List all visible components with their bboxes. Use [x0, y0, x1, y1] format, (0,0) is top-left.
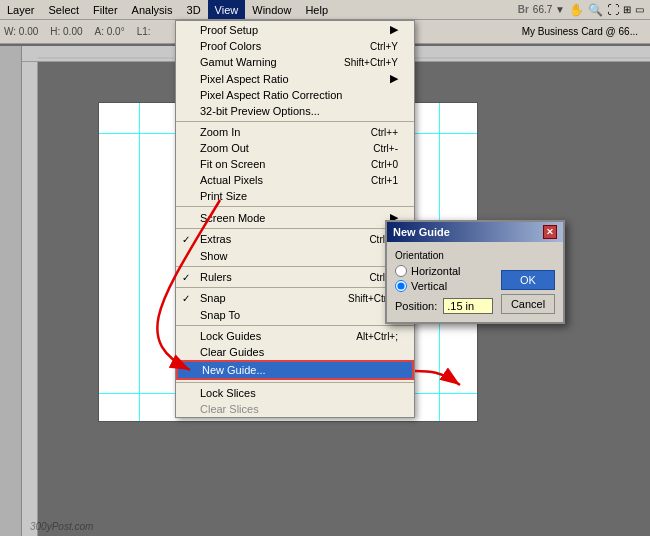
l-label: L1:	[137, 26, 151, 37]
menu-print-size[interactable]: Print Size	[176, 188, 414, 204]
clear-guides-label: Clear Guides	[200, 346, 264, 358]
orientation-radio-group: Horizontal Vertical	[395, 265, 493, 292]
menubar: Layer Select Filter Analysis 3D View Win…	[0, 0, 650, 20]
lock-guides-label: Lock Guides	[200, 330, 261, 342]
dialog-titlebar: New Guide ✕	[387, 222, 563, 242]
menu-pixel-aspect-correction[interactable]: Pixel Aspect Ratio Correction	[176, 87, 414, 103]
menu-window[interactable]: Window	[245, 0, 298, 19]
position-input[interactable]	[443, 298, 493, 314]
new-guide-dialog: New Guide ✕ Orientation Horizontal Verti…	[385, 220, 565, 324]
proof-colors-label: Proof Colors	[200, 40, 261, 52]
horizontal-label: Horizontal	[411, 265, 461, 277]
menu-3d[interactable]: 3D	[180, 0, 208, 19]
menu-clear-guides[interactable]: Clear Guides	[176, 344, 414, 360]
actual-pixels-label: Actual Pixels	[200, 174, 263, 186]
rulers-check: ✓	[182, 272, 190, 283]
rulers-label: Rulers	[200, 271, 232, 283]
separator-6	[176, 325, 414, 326]
grid-icon[interactable]: ⊞	[623, 4, 631, 15]
print-size-label: Print Size	[200, 190, 247, 202]
vertical-radio-item[interactable]: Vertical	[395, 280, 493, 292]
menu-proof-setup[interactable]: Proof Setup ▶	[176, 21, 414, 38]
toolbar	[0, 46, 22, 536]
zoom-out-shortcut: Ctrl+-	[373, 143, 398, 154]
h-label: H: 0.00	[50, 26, 82, 37]
extras-label: Extras	[200, 233, 231, 245]
full-icon[interactable]: ▭	[635, 4, 644, 15]
position-label: Position:	[395, 300, 437, 312]
menu-lock-guides[interactable]: Lock Guides Alt+Ctrl+;	[176, 328, 414, 344]
pixel-aspect-ratio-arrow: ▶	[390, 72, 398, 85]
separator-7	[176, 382, 414, 383]
zoom-in-label: Zoom In	[200, 126, 240, 138]
separator-2	[176, 206, 414, 207]
zoom-out-label: Zoom Out	[200, 142, 249, 154]
a-label: A: 0.0°	[95, 26, 125, 37]
zoom-icon[interactable]: 🔍	[588, 3, 603, 17]
menu-filter[interactable]: Filter	[86, 0, 124, 19]
ruler-left	[22, 62, 38, 536]
menu-32bit-preview[interactable]: 32-bit Preview Options...	[176, 103, 414, 119]
menu-help[interactable]: Help	[298, 0, 335, 19]
view-menu: Proof Setup ▶ Proof Colors Ctrl+Y Gamut …	[175, 20, 415, 418]
doc-title: My Business Card @ 66...	[522, 26, 646, 37]
separator-4	[176, 266, 414, 267]
w-label: W: 0.00	[4, 26, 38, 37]
menu-clear-slices: Clear Slices	[176, 401, 414, 417]
menu-lock-slices[interactable]: Lock Slices	[176, 385, 414, 401]
screen-mode-label: Screen Mode	[200, 212, 265, 224]
menu-show[interactable]: Show ▶	[176, 247, 414, 264]
menu-proof-colors[interactable]: Proof Colors Ctrl+Y	[176, 38, 414, 54]
menu-analysis[interactable]: Analysis	[125, 0, 180, 19]
hand-icon[interactable]: ✋	[569, 3, 584, 17]
zoom-in-shortcut: Ctrl++	[371, 127, 398, 138]
extra-icon[interactable]: ⛶	[607, 3, 619, 17]
show-label: Show	[200, 250, 228, 262]
32bit-preview-label: 32-bit Preview Options...	[200, 105, 320, 117]
pixel-aspect-ratio-label: Pixel Aspect Ratio	[200, 73, 289, 85]
menu-view[interactable]: View	[208, 0, 246, 19]
br-icon: Br	[518, 4, 529, 15]
menu-rulers[interactable]: ✓ Rulers Ctrl+R	[176, 269, 414, 285]
separator-1	[176, 121, 414, 122]
extras-check: ✓	[182, 234, 190, 245]
menu-screen-mode[interactable]: Screen Mode ▶	[176, 209, 414, 226]
lock-guides-shortcut: Alt+Ctrl+;	[356, 331, 398, 342]
menu-snap[interactable]: ✓ Snap Shift+Ctrl+;	[176, 290, 414, 306]
menu-actual-pixels[interactable]: Actual Pixels Ctrl+1	[176, 172, 414, 188]
menu-layer[interactable]: Layer	[0, 0, 42, 19]
snap-check: ✓	[182, 293, 190, 304]
fit-screen-label: Fit on Screen	[200, 158, 265, 170]
new-guide-label: New Guide...	[202, 364, 266, 376]
horizontal-radio[interactable]	[395, 265, 407, 277]
orientation-label: Orientation	[395, 250, 493, 261]
cancel-button[interactable]: Cancel	[501, 294, 555, 314]
dialog-title: New Guide	[393, 226, 450, 238]
dialog-body: Orientation Horizontal Vertical Position…	[387, 242, 563, 322]
horizontal-radio-item[interactable]: Horizontal	[395, 265, 493, 277]
guide-vertical	[139, 103, 140, 421]
menu-pixel-aspect-ratio[interactable]: Pixel Aspect Ratio ▶	[176, 70, 414, 87]
position-row: Position:	[395, 298, 493, 314]
separator-3	[176, 228, 414, 229]
proof-setup-label: Proof Setup	[200, 24, 258, 36]
zoom-indicator: 66.7 ▼	[533, 4, 565, 15]
gamut-warning-shortcut: Shift+Ctrl+Y	[344, 57, 398, 68]
vertical-radio[interactable]	[395, 280, 407, 292]
snap-label: Snap	[200, 292, 226, 304]
menu-zoom-in[interactable]: Zoom In Ctrl++	[176, 124, 414, 140]
menu-fit-screen[interactable]: Fit on Screen Ctrl+0	[176, 156, 414, 172]
menu-snap-to[interactable]: Snap To ▶	[176, 306, 414, 323]
menu-zoom-out[interactable]: Zoom Out Ctrl+-	[176, 140, 414, 156]
vertical-label: Vertical	[411, 280, 447, 292]
actual-pixels-shortcut: Ctrl+1	[371, 175, 398, 186]
pixel-aspect-correction-label: Pixel Aspect Ratio Correction	[200, 89, 342, 101]
menu-gamut-warning[interactable]: Gamut Warning Shift+Ctrl+Y	[176, 54, 414, 70]
menu-select[interactable]: Select	[42, 0, 87, 19]
dialog-close-button[interactable]: ✕	[543, 225, 557, 239]
menu-new-guide[interactable]: New Guide...	[176, 360, 414, 380]
clear-slices-label: Clear Slices	[200, 403, 259, 415]
menu-extras[interactable]: ✓ Extras Ctrl+H	[176, 231, 414, 247]
lock-slices-label: Lock Slices	[200, 387, 256, 399]
ok-button[interactable]: OK	[501, 270, 555, 290]
